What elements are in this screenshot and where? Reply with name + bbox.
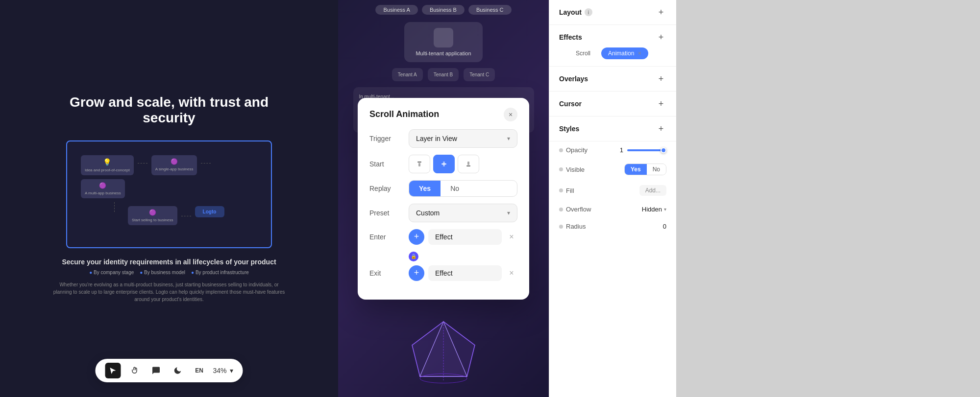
multi-tenant-card: Multi-tenant application: [404, 22, 483, 62]
radius-dot: [559, 225, 563, 229]
modal-header: Scroll Animation ×: [358, 98, 529, 129]
effects-add-button[interactable]: +: [656, 32, 666, 43]
opacity-row: Opacity 1: [549, 141, 676, 159]
comment-tool[interactable]: [148, 363, 164, 378]
opacity-label: Opacity: [566, 146, 588, 154]
zoom-control[interactable]: 34% ▾: [213, 367, 233, 374]
fill-label: Fill: [566, 187, 574, 194]
exit-row: Exit + Effect ×: [369, 265, 517, 281]
exit-control: + Effect ×: [409, 265, 517, 281]
styles-header: Styles +: [559, 123, 666, 134]
lang-label: EN: [195, 367, 203, 374]
canvas-subheading: Secure your identity requirements in all…: [51, 258, 287, 266]
effects-title: Effects: [559, 33, 582, 41]
overlays-title: Overlays: [559, 75, 588, 83]
overflow-label: Overflow: [566, 206, 591, 213]
visible-label-group: Visible: [559, 166, 585, 173]
start-top-button[interactable]: [409, 155, 430, 173]
start-bottom-button[interactable]: [458, 155, 479, 173]
canvas-middle: Business A Business B Business C Multi-t…: [338, 0, 549, 397]
scroll-tab[interactable]: Scroll: [569, 47, 597, 59]
start-control: [409, 155, 517, 173]
lock-row: 🔒: [369, 252, 517, 261]
modal-title: Scroll Animation: [369, 109, 439, 119]
hand-tool[interactable]: [126, 363, 142, 378]
visible-label: Visible: [566, 166, 585, 173]
visible-yes-button[interactable]: Yes: [625, 164, 647, 175]
overlays-section: Overlays +: [549, 67, 676, 92]
preset-row: Preset Custom ▾: [369, 204, 517, 222]
replay-no-button[interactable]: No: [441, 181, 469, 196]
layout-add-button[interactable]: +: [656, 7, 666, 18]
modal-close-button[interactable]: ×: [504, 108, 517, 121]
start-row: Start: [369, 155, 517, 173]
tenant-b: Tenant B: [428, 68, 459, 81]
overflow-label-group: Overflow: [559, 206, 591, 213]
exit-effect-remove-button[interactable]: ×: [506, 267, 517, 279]
svg-rect-8: [466, 165, 470, 166]
start-label: Start: [369, 160, 409, 168]
tag-business: By business model: [140, 270, 185, 275]
opacity-dot: [559, 148, 563, 152]
preset-dropdown[interactable]: Custom ▾: [409, 204, 517, 222]
svg-rect-9: [467, 162, 469, 165]
radius-label-group: Radius: [559, 223, 586, 230]
effects-tabs: Scroll Animation ×: [559, 43, 666, 59]
middle-tabs: Business A Business B Business C: [375, 5, 511, 15]
enter-effect-remove-button[interactable]: ×: [506, 231, 517, 243]
effects-section: Effects + Scroll Animation ×: [549, 25, 676, 67]
tenant-c: Tenant C: [464, 68, 495, 81]
tab-business-a[interactable]: Business A: [375, 5, 417, 15]
replay-yes-button[interactable]: Yes: [409, 181, 441, 196]
right-panel: Layout i + Effects + Scroll Animation ×: [549, 0, 676, 397]
cursor-header: Cursor +: [559, 98, 666, 109]
preset-chevron-icon: ▾: [507, 210, 510, 216]
exit-effect-add-button[interactable]: +: [409, 265, 424, 281]
start-center-button[interactable]: [433, 155, 455, 173]
overlays-add-button[interactable]: +: [656, 73, 666, 84]
svg-rect-4: [417, 162, 421, 163]
fill-label-group: Fill: [559, 187, 574, 194]
replay-label: Replay: [369, 185, 409, 192]
effects-header: Effects +: [559, 32, 666, 43]
trigger-dropdown[interactable]: Layer in View ▾: [409, 129, 517, 148]
cursor-title: Cursor: [559, 100, 582, 108]
replay-toggle: Yes No: [409, 180, 517, 197]
canvas-content: Grow and scale, with trust and security …: [51, 94, 287, 303]
layout-section: Layout i +: [549, 0, 676, 25]
bottom-toolbar: EN 34% ▾: [95, 359, 243, 382]
opacity-value: 1: [613, 146, 623, 154]
canvas-tags: By company stage By business model By pr…: [51, 270, 287, 275]
fill-row: Fill Add...: [549, 180, 676, 201]
diagram-box: 💡 Idea and proof-of-concept 🟣 A single-a…: [66, 140, 272, 248]
trigger-row: Trigger Layer in View ▾: [369, 129, 517, 148]
preset-value: Custom: [416, 209, 440, 217]
exit-effect-row: + Effect ×: [409, 265, 517, 281]
trigger-value: Layer in View: [416, 135, 457, 142]
hero-shape: [404, 314, 483, 392]
cursor-add-button[interactable]: +: [656, 98, 666, 109]
animation-tab[interactable]: Animation ×: [601, 47, 648, 59]
layout-info-icon: i: [585, 8, 592, 16]
styles-title: Styles: [559, 125, 579, 133]
enter-effect-add-button[interactable]: +: [409, 229, 424, 245]
overflow-dot: [559, 208, 563, 211]
visible-toggle: Yes No: [624, 163, 666, 175]
replay-row: Replay Yes No: [369, 180, 517, 197]
exit-effect-label: Effect: [428, 265, 502, 281]
tab-business-b[interactable]: Business B: [422, 5, 465, 15]
animation-tab-remove[interactable]: ×: [638, 50, 641, 57]
zoom-chevron-icon: ▾: [230, 367, 233, 374]
moon-tool[interactable]: [170, 363, 185, 378]
lang-tool[interactable]: EN: [191, 363, 207, 378]
overflow-dropdown[interactable]: Hidden ▾: [642, 206, 666, 213]
cursor-tool[interactable]: [105, 363, 121, 378]
replay-control: Yes No: [409, 180, 517, 197]
fill-add-button[interactable]: Add...: [639, 185, 666, 196]
tab-business-c[interactable]: Business C: [468, 5, 512, 15]
visible-dot: [559, 167, 563, 171]
node-card: 💡 Idea and proof-of-concept: [81, 155, 134, 175]
opacity-slider[interactable]: [627, 149, 666, 151]
visible-no-button[interactable]: No: [647, 164, 666, 175]
styles-add-button[interactable]: +: [656, 123, 666, 134]
